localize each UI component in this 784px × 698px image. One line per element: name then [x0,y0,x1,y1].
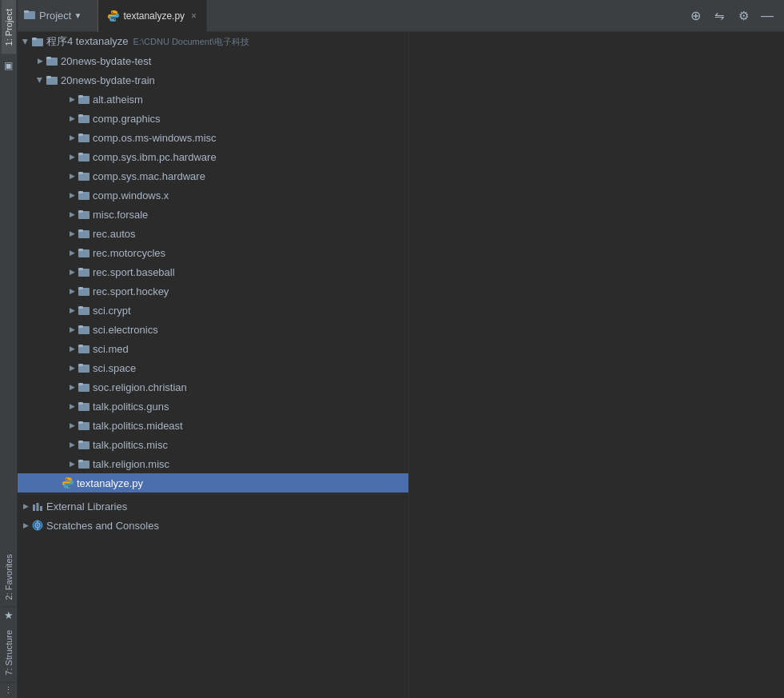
svg-rect-52 [33,505,35,511]
tree-item-20news-train[interactable]: ▶ 20news-bydate-train [18,70,408,90]
sidebar-tab-favorites[interactable]: 2: Favorites [2,548,16,607]
folder-icon-20news-test [46,56,58,66]
tree-item-rec-sport-baseball[interactable]: ▶ rec.sport.baseball [18,262,408,281]
folder-icon-rec-motorcycles [78,248,90,257]
toolbar-minimize-icon[interactable]: — [757,6,778,26]
python-file-icon [62,477,74,489]
root-expand-arrow: ▶ [19,35,32,48]
svg-point-51 [69,486,70,488]
project-dropdown-arrow[interactable]: ▼ [74,11,82,20]
arrow-talk-politics-guns: ▶ [66,400,78,413]
svg-rect-54 [40,506,42,511]
tree-item-misc-forsale[interactable]: ▶ misc.forsale [18,205,408,224]
label-sci-med: sci.med [93,343,129,355]
editor-gutter [409,32,784,698]
tree-item-textanalyze-py[interactable]: ▶ textanalyze.py [18,473,408,493]
tree-item-comp-windows[interactable]: ▶ comp.windows.x [18,185,408,205]
tree-item-sci-crypt[interactable]: ▶ sci.crypt [18,301,408,320]
svg-rect-49 [78,460,83,462]
folder-icon-comp-sys-mac [78,171,90,181]
folder-icon-rec-autos [78,229,90,238]
tree-item-rec-motorcycles[interactable]: ▶ rec.motorcycles [18,243,408,262]
svg-rect-29 [78,268,83,270]
folder-icon-sci-space [78,363,90,373]
label-talk-politics-mideast: talk.politics.mideast [93,420,183,432]
svg-rect-13 [78,114,83,117]
svg-rect-23 [78,210,83,213]
arrow-rec-autos: ▶ [66,227,78,240]
tree-item-alt-atheism[interactable]: ▶ alt.atheism [18,90,408,109]
arrow-rec-sport-hockey: ▶ [66,285,78,297]
arrow-talk-politics-misc: ▶ [66,438,78,451]
label-20news-test: 20news-bydate-test [61,55,151,67]
svg-rect-19 [78,172,83,174]
svg-rect-27 [78,249,83,251]
label-rec-sport-hockey: rec.sport.hockey [93,285,169,297]
arrow-talk-religion-misc: ▶ [66,457,78,470]
label-comp-sys-mac: comp.sys.mac.hardware [93,170,205,182]
tree-item-talk-politics-misc[interactable]: ▶ talk.politics.misc [18,435,408,454]
sidebar-tab-project[interactable]: 1: Project [2,0,16,54]
arrow-soc-religion: ▶ [66,381,78,393]
label-comp-graphics: comp.graphics [93,113,161,125]
tree-item-sci-med[interactable]: ▶ sci.med [18,339,408,358]
folder-icon-talk-politics-guns [78,401,90,411]
folder-icon-comp-windows [78,190,90,200]
svg-point-57 [37,524,38,526]
toolbar-settings-icon[interactable]: ⚙ [733,6,754,26]
tree-item-soc-religion[interactable]: ▶ soc.religion.christian [18,377,408,397]
tree-item-talk-religion-misc[interactable]: ▶ talk.religion.misc [18,454,408,473]
tree-item-talk-politics-mideast[interactable]: ▶ talk.politics.mideast [18,416,408,435]
svg-rect-43 [78,402,83,405]
tree-item-comp-graphics[interactable]: ▶ comp.graphics [18,109,408,128]
sidebar-tab-structure[interactable]: 7: Structure [2,624,16,683]
tree-item-comp-sys-mac[interactable]: ▶ comp.sys.mac.hardware [18,166,408,185]
folder-icon-comp-graphics [78,114,90,123]
tree-item-rec-autos[interactable]: ▶ rec.autos [18,224,408,243]
root-folder-icon [32,37,43,46]
tree-item-rec-sport-hockey[interactable]: ▶ rec.sport.hockey [18,281,408,301]
svg-rect-33 [78,306,83,309]
tree-item-20news-test[interactable]: ▶ 20news-bydate-test [18,51,408,70]
tab-bar: textanalyze.py × [98,0,207,32]
editor-area [409,32,784,698]
arrow-comp-sys-mac: ▶ [66,170,78,182]
toolbar: Project ▼ textanalyze.py × [18,0,784,32]
tab-textanalyze[interactable]: textanalyze.py × [98,0,207,32]
tree-root[interactable]: ▶ 程序4 textanalyze E:\CDNU Document\电子科技 [18,32,408,51]
arrow-sci-space: ▶ [66,361,78,374]
main-panel: Project ▼ textanalyze.py × [18,0,784,698]
svg-rect-25 [78,229,83,232]
tree-item-external-libraries[interactable]: ▶ External Libraries [18,497,408,516]
tree-item-sci-space[interactable]: ▶ sci.space [18,358,408,377]
folder-icon-sci-med [78,344,90,353]
label-talk-religion-misc: talk.religion.misc [93,458,169,470]
folder-icon-rec-sport-hockey [78,286,90,296]
arrow-20news-train: ▶ [34,74,46,86]
tree-item-talk-politics-guns[interactable]: ▶ talk.politics.guns [18,397,408,416]
label-20news-train: 20news-bydate-train [61,74,155,86]
svg-rect-39 [78,364,83,366]
toolbar-hierarchy-icon[interactable]: ⇋ [709,6,730,26]
arrow-alt-atheism: ▶ [66,93,78,106]
sidebar-favorites-star-icon: ★ [2,607,16,624]
svg-point-3 [114,18,116,20]
tree-item-scratches[interactable]: ▶ Scratches and Consoles [18,516,408,535]
project-label[interactable]: Project [39,10,71,22]
tab-label: textanalyze.py [123,10,185,22]
label-comp-windows: comp.windows.x [93,189,169,201]
project-folder-icon [24,9,35,22]
tree-item-comp-os[interactable]: ▶ comp.os.ms-windows.misc [18,128,408,147]
svg-rect-9 [46,76,51,78]
svg-point-50 [66,479,68,481]
tab-close-button[interactable]: × [191,10,197,22]
label-misc-forsale: misc.forsale [93,209,148,221]
project-tree: ▶ 程序4 textanalyze E:\CDNU Document\电子科技 … [18,32,409,698]
svg-rect-1 [24,10,29,13]
svg-rect-35 [78,325,83,328]
folder-icon-alt-atheism [78,94,90,104]
tree-item-sci-electronics[interactable]: ▶ sci.electronics [18,320,408,339]
toolbar-target-icon[interactable]: ⊕ [685,6,706,26]
svg-rect-45 [78,421,83,424]
tree-item-comp-sys-ibm[interactable]: ▶ comp.sys.ibm.pc.hardware [18,147,408,166]
